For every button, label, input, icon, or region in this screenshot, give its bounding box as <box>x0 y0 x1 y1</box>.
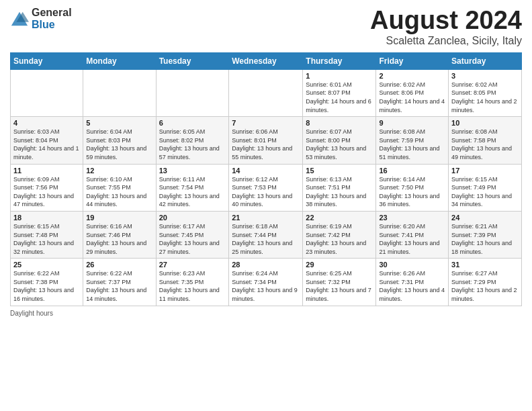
table-row: 27 Sunrise: 6:23 AMSunset: 7:35 PMDaylig… <box>156 259 229 306</box>
logo-blue-text: Blue <box>32 19 72 31</box>
day-info: Sunrise: 6:16 AMSunset: 7:46 PMDaylight:… <box>86 222 152 256</box>
day-number: 29 <box>306 261 373 269</box>
logo-text: General Blue <box>32 7 72 30</box>
header: General Blue August 2024 Scaletta Zancle… <box>10 7 522 47</box>
table-row: 24 Sunrise: 6:21 AMSunset: 7:39 PMDaylig… <box>449 211 522 258</box>
table-row: 19 Sunrise: 6:16 AMSunset: 7:46 PMDaylig… <box>83 211 156 258</box>
day-number: 12 <box>86 167 152 175</box>
day-number: 8 <box>306 119 373 127</box>
location-subtitle: Scaletta Zanclea, Sicily, Italy <box>370 35 522 47</box>
table-row: 4 Sunrise: 6:03 AMSunset: 8:04 PMDayligh… <box>11 117 83 164</box>
day-number: 2 <box>379 72 445 80</box>
day-number: 11 <box>13 167 80 175</box>
title-block: August 2024 Scaletta Zanclea, Sicily, It… <box>370 7 522 47</box>
day-number: 14 <box>232 167 300 175</box>
logo-icon <box>10 9 29 28</box>
table-row: 13 Sunrise: 6:11 AMSunset: 7:54 PMDaylig… <box>156 164 229 211</box>
col-monday: Monday <box>83 52 156 69</box>
table-row: 6 Sunrise: 6:05 AMSunset: 8:02 PMDayligh… <box>156 117 229 164</box>
table-row: 30 Sunrise: 6:26 AMSunset: 7:31 PMDaylig… <box>376 259 449 306</box>
day-info: Sunrise: 6:06 AMSunset: 8:01 PMDaylight:… <box>232 128 300 161</box>
table-row <box>83 69 156 116</box>
calendar-week-row: 25 Sunrise: 6:22 AMSunset: 7:38 PMDaylig… <box>11 259 522 306</box>
col-wednesday: Wednesday <box>229 52 303 69</box>
table-row: 21 Sunrise: 6:18 AMSunset: 7:44 PMDaylig… <box>229 211 303 258</box>
calendar-week-row: 18 Sunrise: 6:15 AMSunset: 7:48 PMDaylig… <box>11 211 522 258</box>
calendar-week-row: 1 Sunrise: 6:01 AMSunset: 8:07 PMDayligh… <box>11 69 522 116</box>
day-number: 9 <box>379 119 445 127</box>
day-info: Sunrise: 6:02 AMSunset: 8:05 PMDaylight:… <box>451 81 519 114</box>
table-row: 8 Sunrise: 6:07 AMSunset: 8:00 PMDayligh… <box>303 117 376 164</box>
table-row: 16 Sunrise: 6:14 AMSunset: 7:50 PMDaylig… <box>376 164 449 211</box>
day-number: 23 <box>379 214 445 222</box>
day-info: Sunrise: 6:01 AMSunset: 8:07 PMDaylight:… <box>306 81 373 114</box>
day-info: Sunrise: 6:14 AMSunset: 7:50 PMDaylight:… <box>379 175 445 209</box>
day-info: Sunrise: 6:12 AMSunset: 7:53 PMDaylight:… <box>232 175 300 209</box>
table-row: 25 Sunrise: 6:22 AMSunset: 7:38 PMDaylig… <box>11 259 83 306</box>
table-row: 10 Sunrise: 6:08 AMSunset: 7:58 PMDaylig… <box>449 117 522 164</box>
day-number: 15 <box>306 167 373 175</box>
table-row: 2 Sunrise: 6:02 AMSunset: 8:06 PMDayligh… <box>376 69 449 116</box>
col-sunday: Sunday <box>11 52 83 69</box>
logo-general-text: General <box>32 7 72 19</box>
table-row: 20 Sunrise: 6:17 AMSunset: 7:45 PMDaylig… <box>156 211 229 258</box>
day-info: Sunrise: 6:08 AMSunset: 7:58 PMDaylight:… <box>451 128 519 161</box>
col-friday: Friday <box>376 52 449 69</box>
day-number: 22 <box>306 214 373 222</box>
day-number: 31 <box>451 261 519 269</box>
day-number: 16 <box>379 167 445 175</box>
day-info: Sunrise: 6:23 AMSunset: 7:35 PMDaylight:… <box>159 269 226 303</box>
day-number: 1 <box>306 72 373 80</box>
table-row <box>11 69 83 116</box>
day-info: Sunrise: 6:17 AMSunset: 7:45 PMDaylight:… <box>159 222 226 256</box>
day-number: 30 <box>379 261 445 269</box>
calendar-header-row: Sunday Monday Tuesday Wednesday Thursday… <box>11 52 522 69</box>
footer-text: Daylight hours <box>10 310 53 317</box>
day-number: 21 <box>232 214 300 222</box>
day-info: Sunrise: 6:02 AMSunset: 8:06 PMDaylight:… <box>379 81 445 114</box>
day-info: Sunrise: 6:22 AMSunset: 7:37 PMDaylight:… <box>86 269 152 303</box>
page: General Blue August 2024 Scaletta Zancle… <box>0 0 532 411</box>
day-number: 5 <box>86 119 152 127</box>
day-info: Sunrise: 6:22 AMSunset: 7:38 PMDaylight:… <box>13 269 80 303</box>
day-number: 17 <box>451 167 519 175</box>
day-info: Sunrise: 6:26 AMSunset: 7:31 PMDaylight:… <box>379 269 445 303</box>
col-thursday: Thursday <box>303 52 376 69</box>
day-info: Sunrise: 6:24 AMSunset: 7:34 PMDaylight:… <box>232 269 300 303</box>
day-info: Sunrise: 6:18 AMSunset: 7:44 PMDaylight:… <box>232 222 300 256</box>
day-info: Sunrise: 6:27 AMSunset: 7:29 PMDaylight:… <box>451 269 519 303</box>
table-row: 17 Sunrise: 6:15 AMSunset: 7:49 PMDaylig… <box>449 164 522 211</box>
table-row: 15 Sunrise: 6:13 AMSunset: 7:51 PMDaylig… <box>303 164 376 211</box>
calendar-week-row: 11 Sunrise: 6:09 AMSunset: 7:56 PMDaylig… <box>11 164 522 211</box>
day-info: Sunrise: 6:20 AMSunset: 7:41 PMDaylight:… <box>379 222 445 256</box>
table-row: 7 Sunrise: 6:06 AMSunset: 8:01 PMDayligh… <box>229 117 303 164</box>
table-row: 22 Sunrise: 6:19 AMSunset: 7:42 PMDaylig… <box>303 211 376 258</box>
day-info: Sunrise: 6:11 AMSunset: 7:54 PMDaylight:… <box>159 175 226 209</box>
table-row: 31 Sunrise: 6:27 AMSunset: 7:29 PMDaylig… <box>449 259 522 306</box>
table-row <box>156 69 229 116</box>
day-info: Sunrise: 6:15 AMSunset: 7:49 PMDaylight:… <box>451 175 519 209</box>
col-tuesday: Tuesday <box>156 52 229 69</box>
day-number: 18 <box>13 214 80 222</box>
day-info: Sunrise: 6:07 AMSunset: 8:00 PMDaylight:… <box>306 128 373 161</box>
table-row: 1 Sunrise: 6:01 AMSunset: 8:07 PMDayligh… <box>303 69 376 116</box>
logo: General Blue <box>10 7 72 30</box>
day-number: 19 <box>86 214 152 222</box>
day-info: Sunrise: 6:03 AMSunset: 8:04 PMDaylight:… <box>13 128 80 161</box>
calendar-table: Sunday Monday Tuesday Wednesday Thursday… <box>10 52 522 306</box>
day-number: 3 <box>451 72 519 80</box>
day-info: Sunrise: 6:05 AMSunset: 8:02 PMDaylight:… <box>159 128 226 161</box>
table-row: 26 Sunrise: 6:22 AMSunset: 7:37 PMDaylig… <box>83 259 156 306</box>
table-row: 11 Sunrise: 6:09 AMSunset: 7:56 PMDaylig… <box>11 164 83 211</box>
day-info: Sunrise: 6:25 AMSunset: 7:32 PMDaylight:… <box>306 269 373 303</box>
day-info: Sunrise: 6:08 AMSunset: 7:59 PMDaylight:… <box>379 128 445 161</box>
day-number: 4 <box>13 119 80 127</box>
table-row: 14 Sunrise: 6:12 AMSunset: 7:53 PMDaylig… <box>229 164 303 211</box>
day-info: Sunrise: 6:10 AMSunset: 7:55 PMDaylight:… <box>86 175 152 209</box>
day-info: Sunrise: 6:04 AMSunset: 8:03 PMDaylight:… <box>86 128 152 161</box>
day-number: 25 <box>13 261 80 269</box>
day-number: 28 <box>232 261 300 269</box>
day-info: Sunrise: 6:21 AMSunset: 7:39 PMDaylight:… <box>451 222 519 256</box>
table-row: 18 Sunrise: 6:15 AMSunset: 7:48 PMDaylig… <box>11 211 83 258</box>
table-row: 5 Sunrise: 6:04 AMSunset: 8:03 PMDayligh… <box>83 117 156 164</box>
